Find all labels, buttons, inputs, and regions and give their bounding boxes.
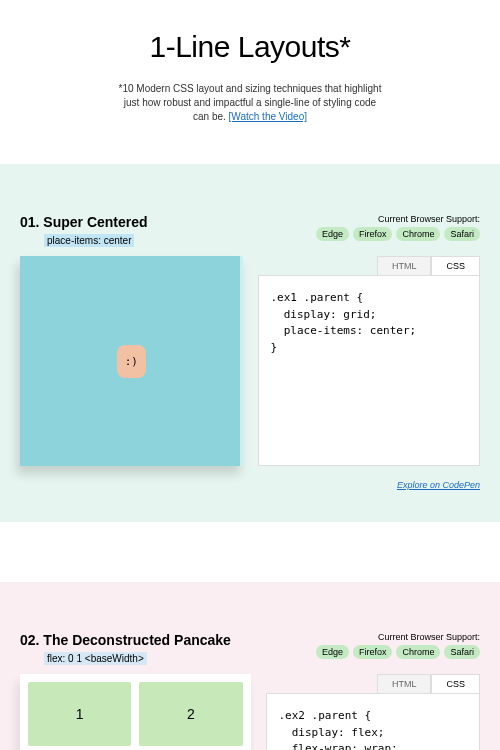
section-head: 01. Super Centered place-items: center C…	[20, 214, 480, 248]
code-tabs: HTML CSS	[266, 674, 481, 693]
badge-firefox: Firefox	[353, 227, 393, 241]
code-tabs: HTML CSS	[258, 256, 481, 275]
explore-row: Explore on CodePen	[20, 474, 480, 492]
code-panel: HTML CSS .ex2 .parent { display: flex; f…	[266, 674, 481, 750]
ex1-subtitle: place-items: center	[44, 234, 134, 247]
browser-support: Current Browser Support: Edge Firefox Ch…	[316, 632, 480, 659]
badge-chrome: Chrome	[396, 227, 440, 241]
code-panel: HTML CSS .ex1 .parent { display: grid; p…	[258, 256, 481, 466]
ex2-subtitle: flex: 0 1 <baseWidth>	[44, 652, 147, 665]
demo-card-1: 1	[28, 682, 131, 746]
explore-codepen-link[interactable]: Explore on CodePen	[397, 480, 480, 490]
demo-card-2: 2	[139, 682, 242, 746]
tab-html[interactable]: HTML	[377, 256, 432, 275]
watch-video-link[interactable]: [Watch the Video]	[229, 111, 307, 122]
section-ex1: 01. Super Centered place-items: center C…	[0, 164, 500, 522]
badge-edge: Edge	[316, 645, 349, 659]
support-badges: Edge Firefox Chrome Safari	[316, 227, 480, 241]
badge-chrome: Chrome	[396, 645, 440, 659]
ex2-title: 02. The Deconstructed Pancake	[20, 632, 231, 648]
demo-face: :)	[117, 345, 146, 378]
ex1-demo: :)	[20, 256, 243, 466]
browser-support: Current Browser Support: Edge Firefox Ch…	[316, 214, 480, 241]
badge-safari: Safari	[444, 645, 480, 659]
badge-safari: Safari	[444, 227, 480, 241]
support-label: Current Browser Support:	[316, 214, 480, 224]
badge-firefox: Firefox	[353, 645, 393, 659]
section-ex2: 02. The Deconstructed Pancake flex: 0 1 …	[0, 582, 500, 750]
tab-html[interactable]: HTML	[377, 674, 432, 693]
hero: 1-Line Layouts* *10 Modern CSS layout an…	[0, 0, 500, 164]
support-label: Current Browser Support:	[316, 632, 480, 642]
support-badges: Edge Firefox Chrome Safari	[316, 645, 480, 659]
badge-edge: Edge	[316, 227, 349, 241]
section-head: 02. The Deconstructed Pancake flex: 0 1 …	[20, 632, 480, 666]
tab-css[interactable]: CSS	[431, 674, 480, 693]
code-box: .ex1 .parent { display: grid; place-item…	[258, 275, 481, 466]
ex2-content: 1 2 HTML CSS .ex2 .parent { display: fle…	[20, 674, 480, 750]
ex1-title: 01. Super Centered	[20, 214, 148, 230]
hero-desc: *10 Modern CSS layout and sizing techniq…	[115, 82, 385, 124]
ex2-demo: 1 2	[20, 674, 251, 750]
ex1-content: :) HTML CSS .ex1 .parent { display: grid…	[20, 256, 480, 466]
tab-css[interactable]: CSS	[431, 256, 480, 275]
code-box: .ex2 .parent { display: flex; flex-wrap:…	[266, 693, 481, 750]
page-title: 1-Line Layouts*	[20, 30, 480, 64]
